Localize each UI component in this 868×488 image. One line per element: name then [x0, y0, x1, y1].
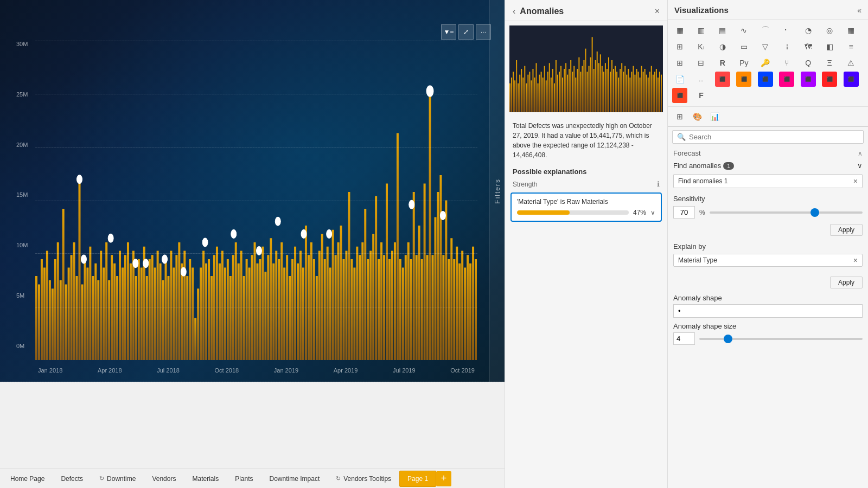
sensitivity-input[interactable] — [673, 206, 695, 219]
tab-downtime[interactable]: ↻ Downtime — [91, 471, 144, 487]
explain-by-tag: Material Type × — [673, 254, 863, 267]
custom9-icon[interactable]: ⬛ — [672, 88, 687, 103]
f-icon[interactable]: F — [693, 88, 709, 103]
svg-rect-162 — [472, 247, 474, 360]
tab-plants[interactable]: Plants — [227, 471, 261, 487]
matrix-icon[interactable]: ⊞ — [672, 39, 687, 54]
svg-rect-103 — [313, 259, 315, 360]
explanation-dropdown[interactable]: ∨ — [650, 209, 655, 216]
card-icon[interactable]: ▭ — [736, 39, 751, 54]
svg-rect-207 — [552, 69, 553, 112]
svg-rect-259 — [638, 72, 639, 112]
custom6-icon[interactable]: ⬛ — [801, 72, 816, 87]
custom8-icon[interactable]: ⬛ — [844, 72, 859, 87]
analytics-icon[interactable]: 📊 — [707, 109, 722, 124]
explain-by-tag-close[interactable]: × — [853, 256, 858, 265]
anomaly-viz-icon[interactable]: ⚠ — [844, 55, 859, 70]
add-page-button[interactable]: + — [436, 471, 451, 486]
kpi-icon[interactable]: Kᵢ — [693, 39, 709, 54]
anomalies-back-button[interactable]: ‹ — [513, 7, 515, 16]
apply2-button[interactable]: Apply — [830, 277, 863, 288]
svg-rect-23 — [97, 280, 99, 360]
tab-vendors-tooltips[interactable]: ↻ Vendors Tooltips — [328, 471, 399, 487]
custom3-icon[interactable]: ⬛ — [736, 72, 751, 87]
key-influencers-icon[interactable]: 🔑 — [758, 55, 773, 70]
svg-point-166 — [108, 234, 113, 243]
custom4-icon[interactable]: ⬛ — [758, 72, 773, 87]
size-slider[interactable] — [699, 338, 863, 340]
python-icon[interactable]: Py — [736, 55, 751, 70]
svg-rect-8 — [57, 242, 59, 360]
svg-rect-266 — [649, 72, 650, 112]
line-chart-icon[interactable]: ∿ — [736, 23, 751, 38]
paginated-icon[interactable]: 📄 — [672, 72, 687, 87]
svg-rect-0 — [35, 276, 37, 360]
svg-rect-210 — [557, 75, 558, 112]
area-chart-icon[interactable]: ⌒ — [758, 23, 773, 38]
custom1-icon[interactable]: ... — [693, 72, 709, 87]
waterfall-icon[interactable]: ⫶ — [779, 39, 794, 54]
svg-rect-213 — [562, 78, 563, 112]
funnel-icon[interactable]: ▽ — [758, 39, 773, 54]
sensitivity-slider[interactable] — [710, 211, 863, 214]
svg-rect-260 — [640, 78, 641, 112]
svg-rect-143 — [421, 259, 423, 360]
r-visual-icon[interactable]: R — [715, 55, 730, 70]
explanation-card[interactable]: 'Material Type' is Raw Materials 47% ∨ — [510, 192, 662, 222]
anomalies-close-button[interactable]: × — [655, 7, 660, 16]
svg-rect-163 — [475, 259, 477, 360]
tab-home-page[interactable]: Home Page — [2, 471, 53, 487]
find-anomalies-tag-close[interactable]: × — [853, 177, 858, 185]
format-icon[interactable]: 🎨 — [690, 109, 705, 124]
svg-rect-265 — [648, 78, 649, 112]
tab-downtime-impact[interactable]: Downtime Impact — [261, 471, 328, 487]
stacked-bar-icon[interactable]: ▦ — [672, 23, 687, 38]
y-label-5m: 5M — [16, 292, 28, 299]
narrative-icon[interactable]: Ξ — [822, 55, 837, 70]
custom5-icon[interactable]: ⬛ — [779, 72, 794, 87]
focus-button[interactable]: ⤢ — [458, 24, 474, 40]
custom7-icon[interactable]: ⬛ — [822, 72, 837, 87]
svg-rect-243 — [611, 60, 612, 112]
svg-rect-262 — [643, 72, 644, 112]
treemap-icon[interactable]: ▦ — [844, 23, 859, 38]
bar-chart-icon[interactable]: ▤ — [715, 23, 730, 38]
svg-rect-60 — [197, 288, 199, 360]
sensitivity-label: Sensitivity — [673, 195, 863, 203]
tab-vendors[interactable]: Vendors — [144, 471, 184, 487]
svg-rect-159 — [464, 268, 466, 361]
table-icon[interactable]: ⊞ — [672, 55, 687, 70]
forecast-row[interactable]: Forecast ∧ — [668, 147, 868, 159]
filters-panel[interactable]: Filters — [489, 0, 505, 382]
viz-expand-button[interactable]: « — [857, 6, 861, 15]
mini-chart — [509, 25, 663, 112]
filled-map-icon[interactable]: ◧ — [822, 39, 837, 54]
gauge-icon[interactable]: ◑ — [715, 39, 730, 54]
viz-icons-grid: ▦ ▥ ▤ ∿ ⌒ ⠂ ◔ ◎ ▦ ⊞ Kᵢ ◑ ▭ ▽ ⫶ 🗺 ◧ ≡ ⊞ ⊟… — [668, 20, 868, 107]
custom2-icon[interactable]: ⬛ — [715, 72, 730, 87]
qa-icon[interactable]: Q — [801, 55, 816, 70]
tab-defects[interactable]: Defects — [53, 471, 91, 487]
slicer-icon[interactable]: ≡ — [844, 39, 859, 54]
pie-icon[interactable]: ◔ — [801, 23, 816, 38]
tab-page1[interactable]: Page 1 — [399, 471, 436, 487]
tab-materials[interactable]: Materials — [184, 471, 227, 487]
scatter-icon[interactable]: ⠂ — [779, 23, 794, 38]
tab-plants-label: Plants — [235, 475, 253, 483]
svg-rect-116 — [348, 192, 350, 360]
search-input[interactable] — [689, 133, 859, 141]
filter-button[interactable]: ▼= — [441, 24, 456, 40]
more-button[interactable]: ··· — [476, 24, 491, 40]
anomaly-shape-input[interactable] — [673, 304, 863, 318]
decomp-tree-icon[interactable]: ⑂ — [779, 55, 794, 70]
svg-rect-141 — [416, 255, 418, 360]
apply-button[interactable]: Apply — [830, 224, 863, 236]
matrix2-icon[interactable]: ⊟ — [693, 55, 709, 70]
donut-icon[interactable]: ◎ — [822, 23, 837, 38]
clustered-bar-icon[interactable]: ▥ — [693, 23, 709, 38]
find-anomalies-header[interactable]: Find anomalies 1 ∨ — [668, 159, 868, 172]
svg-rect-133 — [394, 242, 396, 360]
map-icon[interactable]: 🗺 — [801, 39, 816, 54]
anomaly-size-input[interactable] — [673, 332, 695, 345]
build-visual-icon[interactable]: ⊞ — [672, 109, 687, 124]
